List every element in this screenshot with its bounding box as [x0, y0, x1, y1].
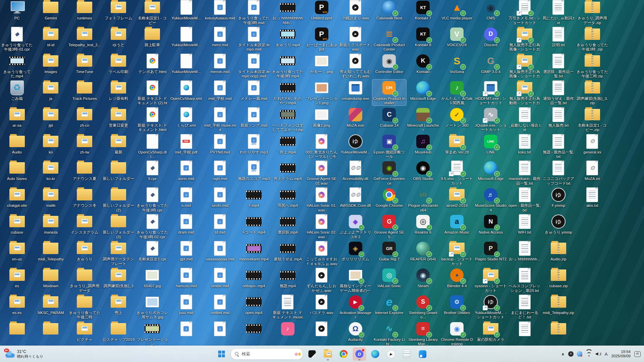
- desktop-icon[interactable]: K✓Kontakt: [406, 53, 440, 74]
- desktop-icon[interactable]: きゅうり: [68, 240, 102, 262]
- desktop-icon[interactable]: ラベル印刷: [102, 53, 136, 74]
- desktop-icon[interactable]: maniuta: [34, 213, 68, 235]
- desktop-icon[interactable]: おっ hhhhhhhhh...: [508, 240, 542, 262]
- desktop-icon[interactable]: es-es: [0, 294, 34, 315]
- desktop-icon[interactable]: ▶HALion Sonic 02.wav: [305, 213, 338, 239]
- desktop-icon[interactable]: ゆうと: [102, 26, 136, 48]
- desktop-icon[interactable]: 画像1.png: [305, 106, 338, 128]
- desktop-icon[interactable]: ♪jusu.mid: [169, 294, 203, 315]
- desktop-icon[interactable]: LINE✓LINE: [474, 133, 508, 155]
- desktop-icon[interactable]: だれだFXいれたやつ.mp4: [271, 79, 305, 106]
- desktop-icon[interactable]: きゅうりポカコレ用サムネ.jpg: [136, 294, 169, 320]
- desktop-icon[interactable]: きゅうり食ってた.mp4: [0, 53, 34, 79]
- desktop-icon[interactable]: en-us: [0, 240, 34, 262]
- desktop-icon[interactable]: GR✓Guitar Rig 7: [372, 240, 406, 262]
- desktop-icon[interactable]: S✓VoiSona: [440, 53, 474, 74]
- desktop-icon[interactable]: ♪meroin.mid: [203, 53, 237, 74]
- desktop-icon[interactable]: ∿✓↗JQuake.exe - ショートカット: [474, 106, 508, 132]
- desktop-icon[interactable]: P✓Piapro Studio NT2: [474, 240, 508, 262]
- start-button[interactable]: [215, 347, 228, 361]
- dark-app-taskbar-icon[interactable]: [306, 347, 319, 361]
- desktop-icon[interactable]: ▶パスドラ.wav: [305, 294, 338, 315]
- desktop-icon[interactable]: 通知うぜえ.mp4: [271, 240, 305, 262]
- desktop-icon[interactable]: ♪タイトル未設定.tempo.orig1.mid: [237, 53, 271, 79]
- desktop-icon[interactable]: ♪きゅうり食ってた午後3時.mid: [237, 0, 271, 25]
- weather-widget[interactable]: 9+ 31°C 晴れ時々くもり: [3, 346, 46, 362]
- tray-clock[interactable]: 19:54 2025/09/09: [611, 350, 631, 358]
- desktop-icon[interactable]: ⚙⚙Accessibility.dll: [338, 160, 372, 181]
- desktop-icon[interactable]: ⚙✓Brother Utilities: [440, 294, 474, 315]
- desktop-icon[interactable]: かるーく.png: [305, 53, 338, 74]
- desktop-icon[interactable]: おっ hhhhhhhhhhhhh...: [271, 0, 305, 25]
- desktop-icon[interactable]: akis.txt: [575, 186, 609, 208]
- desktop-icon[interactable]: ◉✓GeForce Experience: [372, 160, 406, 186]
- desktop-icon[interactable]: きゅうり食ってた午後三時.zip: [575, 53, 609, 79]
- desktop-icon[interactable]: ♪gpt.mid: [169, 240, 203, 262]
- desktop-icon[interactable]: open.mp4: [237, 294, 271, 315]
- desktop-icon[interactable]: [541, 320, 575, 338]
- desktop-icon[interactable]: ✓Google Chrome: [372, 186, 406, 208]
- desktop-icon[interactable]: アナウンス冬: [68, 186, 102, 208]
- desktop-icon[interactable]: Fコード.mp4: [237, 213, 271, 235]
- desktop-icon[interactable]: C✓Cubase 14: [372, 106, 406, 128]
- media-player-taskbar-icon[interactable]: ▶: [384, 347, 398, 361]
- desktop-icon[interactable]: ♪b.mid: [169, 186, 203, 208]
- desktop-icon[interactable]: 名称未設定1 - コピー: [136, 0, 169, 25]
- desktop-icon[interactable]: インスタグラム: [68, 213, 102, 235]
- desktop-icon[interactable]: MoZA.exe: [338, 106, 372, 128]
- desktop-icon[interactable]: ▶Groove Agent SE 01.wav: [305, 160, 338, 186]
- desktop-icon[interactable]: N✓Native Access: [474, 213, 508, 235]
- desktop-icon[interactable]: ヘルスコンプレッション＿歌詞.txt: [508, 267, 542, 293]
- desktop-icon[interactable]: D✓Discord: [474, 26, 508, 48]
- desktop-icon[interactable]: ✓筆まめ Ver.28: [440, 133, 474, 155]
- desktop-icon[interactable]: manisekarin.mp4: [237, 240, 271, 262]
- desktop-icon[interactable]: 井上ドラム.mp4: [271, 160, 305, 181]
- desktop-icon[interactable]: きゅうり食ってた午後三時: [68, 294, 102, 320]
- desktop-icon[interactable]: ≡✓Cakewalk Product Center: [372, 26, 406, 52]
- desktop-icon[interactable]: 井上.mp4: [271, 133, 305, 155]
- desktop-icon[interactable]: NKSC_PARAM: [34, 294, 68, 315]
- desktop-icon[interactable]: 無人販売.txt: [541, 106, 575, 128]
- desktop-icon[interactable]: きゅうり_調声用データ: [68, 267, 102, 293]
- desktop-icon[interactable]: きゅうり食ってた午後3時 .zip: [575, 26, 609, 52]
- desktop-icon[interactable]: ♪aorin.mid: [169, 160, 203, 181]
- desktop-icon[interactable]: chatgpt-site: [0, 186, 34, 208]
- desktop-icon[interactable]: Audio: [0, 133, 34, 155]
- desktop-icon[interactable]: 調声用データテンプレート: [102, 240, 136, 266]
- desktop-icon[interactable]: 新しいフォルダー (3): [102, 213, 136, 239]
- desktop-icon[interactable]: 羽尻へ.mp4: [271, 186, 305, 208]
- desktop-icon[interactable]: es: [0, 267, 34, 289]
- desktop-icon[interactable]: 新しいフォルダー: [102, 160, 136, 181]
- desktop-icon[interactable]: Track Pictures: [68, 79, 102, 101]
- desktop-icon[interactable]: ▶新規エクスポート.wav: [338, 26, 372, 52]
- desktop-icon[interactable]: G✓GIMP 3.0.4: [474, 53, 508, 74]
- desktop-icon[interactable]: _起動しない場合.txt: [508, 106, 542, 132]
- desktop-icon[interactable]: 通知うぜえ - 親作品一覧.txt: [541, 79, 575, 106]
- desktop-icon[interactable]: zh-tw: [68, 133, 102, 155]
- desktop-icon[interactable]: プレゼンテーション: [136, 320, 169, 346]
- desktop-icon[interactable]: ♬✓MuseScore Studio 4: [474, 186, 508, 213]
- desktop-icon[interactable]: YukkuriMovieM...: [169, 0, 203, 21]
- blue-wave-app-taskbar-icon[interactable]: [416, 347, 429, 361]
- desktop-icon[interactable]: ✓↗無人販売不正行為動画 - ショートカット: [508, 79, 542, 106]
- desktop-icon[interactable]: ♪メドレー風.mid: [237, 79, 271, 101]
- desktop-icon[interactable]: ♪タイトル未設定.tempo.mid: [237, 26, 271, 52]
- desktop-icon[interactable]: V✓VOICEVOX: [440, 26, 474, 48]
- desktop-icon[interactable]: runtimes: [68, 0, 102, 21]
- desktop-icon[interactable]: ◉✓Controller Editor: [372, 53, 406, 74]
- desktop-icon[interactable]: ♪mero.mid: [203, 26, 237, 48]
- desktop-icon[interactable]: ゆF.ymmp: [541, 186, 575, 208]
- desktop-icon[interactable]: ja: [34, 79, 68, 101]
- desktop-icon[interactable]: ゆYukkuriMovieM...: [338, 133, 372, 155]
- desktop-icon[interactable]: ▶✓Activation Manager: [338, 294, 372, 320]
- desktop-icon[interactable]: 名称未設定1 - コピー.zip: [575, 106, 609, 132]
- desktop-icon[interactable]: a✓Amazon Music: [440, 213, 474, 235]
- desktop-icon[interactable]: 営業日変更: [102, 106, 136, 128]
- desktop-icon[interactable]: ♪sirofo.mid: [203, 186, 237, 208]
- desktop-icon[interactable]: ✓孤独なインディーゲーム開発者の一生 ...: [338, 267, 372, 293]
- desktop-icon[interactable]: ohhayo-.mp4: [237, 267, 271, 289]
- desktop-icon[interactable]: ⚙⚙AWSSDK.Core.dll: [338, 186, 372, 208]
- desktop-icon[interactable]: ♪mid_学校.mid: [203, 79, 237, 101]
- blue-dot-icon[interactable]: [577, 351, 582, 357]
- desktop-icon[interactable]: WIFI.txt: [508, 213, 542, 235]
